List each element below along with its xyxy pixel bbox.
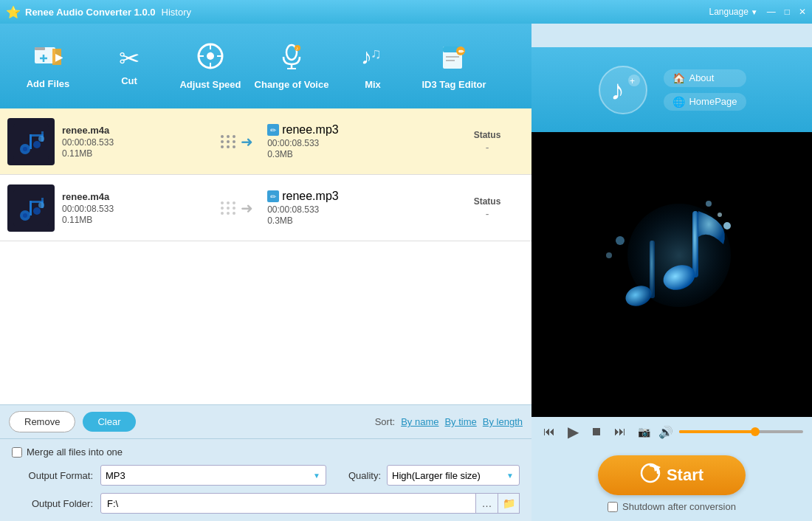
maximize-button[interactable]: □ [785,7,790,17]
svg-point-45 [38,202,44,208]
toolbar-item-id3-tag-editor[interactable]: ✏ ID3 Tag Editor [413,30,495,103]
toolbar-label-id3-tag-editor: ID3 Tag Editor [422,79,486,90]
edit-icon[interactable]: ✏ [267,190,279,202]
file-thumbnail [7,184,55,232]
input-file-duration: 00:00:08.533 [62,204,208,214]
toolbar-item-change-of-voice[interactable]: ♪ Change of Voice [251,30,332,103]
clear-button[interactable]: Clear [83,412,135,432]
input-file-size: 0.11MB [62,215,208,225]
left-panel: renee.m4a 00:00:08.533 0.11MB [0,108,531,521]
output-file-name: renee.mp3 [282,190,339,203]
status-value: - [450,142,524,153]
input-file-size: 0.11MB [62,148,208,159]
start-label: Start [667,466,703,485]
input-file-info: renee.m4a 00:00:08.533 0.11MB [62,191,208,225]
brand-links: 🏠 About 🌐 HomePage [664,69,746,111]
toolbar-item-mix[interactable]: ♪♫ Mix [332,30,413,103]
toolbar-label-add-files: Add Files [27,78,70,89]
browse-button[interactable]: … [475,493,498,514]
svg-text:+: + [630,76,635,86]
svg-text:♪: ♪ [296,46,299,51]
play-button[interactable]: ▶ [564,423,582,441]
toolbar-item-cut[interactable]: ✂ Cut [89,30,170,103]
format-select[interactable]: MP3 AAC WAV FLAC OGG WMA [100,465,326,486]
volume-thumb [751,427,760,436]
output-file-size: 0.3MB [267,149,443,159]
header-right: Language ▼ — □ ✕ [531,0,812,24]
toolbar: ▶ Add Files ✂ Cut Adjust Speed ♪ Change … [0,24,531,108]
svg-point-40 [23,213,27,218]
output-format-label: Output Format: [12,470,93,481]
output-file-info: ✏ renee.mp3 00:00:08.533 0.3MB [267,123,443,159]
input-file-info: renee.m4a 00:00:08.533 0.11MB [62,125,208,159]
svg-point-53 [706,201,712,207]
folder-input[interactable] [100,493,520,514]
file-thumbnail [7,118,55,165]
svg-point-54 [616,236,625,245]
language-button[interactable]: Language ▼ [709,7,757,17]
shutdown-checkbox[interactable] [608,502,618,512]
history-label: History [162,7,191,18]
status-area: Status - [450,130,524,153]
status-label: Status [450,130,524,140]
svg-text:♫: ♫ [371,45,382,61]
svg-rect-1 [35,47,45,50]
start-icon [640,463,661,488]
svg-point-51 [723,222,731,230]
close-button[interactable]: ✕ [799,7,806,17]
toolbar-label-change-of-voice: Change of Voice [255,79,329,90]
about-label: About [689,72,714,83]
language-dropdown-arrow: ▼ [751,8,758,16]
output-folder-label: Output Folder: [12,498,93,509]
snapshot-button[interactable]: 📷 [635,423,653,441]
toolbar-item-add-files[interactable]: ▶ Add Files [7,30,89,103]
volume-icon: 🔊 [658,425,673,439]
about-button[interactable]: 🏠 About [664,69,746,87]
start-area: Start Shutdown after conversion [531,446,812,521]
sort-by-name[interactable]: By name [401,416,438,427]
merge-checkbox[interactable] [12,447,22,458]
remove-button[interactable]: Remove [9,411,75,432]
svg-text:✏: ✏ [458,48,464,55]
stop-button[interactable]: ⏹ [588,423,605,441]
output-file-duration: 00:00:08.533 [267,204,443,215]
svg-point-32 [23,147,27,151]
bottom-bar: Remove Clear Sort: By name By time By le… [0,404,531,438]
table-row[interactable]: renee.m4a 00:00:08.533 0.11MB [0,108,531,175]
start-button[interactable]: Start [598,455,746,495]
volume-fill [679,430,754,433]
toolbar-item-adjust-speed[interactable]: Adjust Speed [170,30,251,103]
svg-point-41 [33,207,41,215]
volume-slider[interactable] [679,430,803,433]
svg-text:♪: ♪ [610,75,625,106]
edit-icon[interactable]: ✏ [267,124,279,136]
cut-icon: ✂ [119,46,140,71]
shutdown-label: Shutdown after conversion [622,501,736,512]
media-controls: ⏮ ▶ ⏹ ⏭ 📷 🔊 [531,417,812,446]
svg-text:▶: ▶ [55,51,63,63]
skip-back-button[interactable]: ⏮ [540,423,558,441]
sort-by-time[interactable]: By time [444,416,476,427]
output-file-size: 0.3MB [267,215,443,226]
change-of-voice-icon: ♪ [278,42,306,75]
input-file-name: renee.m4a [62,125,208,136]
skip-forward-button[interactable]: ⏭ [611,423,629,441]
sort-by-length[interactable]: By length [483,416,523,427]
open-folder-button[interactable]: 📁 [498,493,520,514]
output-file-duration: 00:00:08.533 [267,138,443,148]
language-label: Language [709,7,748,17]
status-label: Status [450,196,524,207]
input-file-name: renee.m4a [62,191,208,202]
media-preview [531,108,812,417]
output-file-name: renee.mp3 [282,123,339,137]
mix-icon: ♪♫ [359,42,387,75]
quality-label: Quality: [348,470,381,481]
main-layout: renee.m4a 00:00:08.533 0.11MB [0,108,812,521]
output-file-name-row: ✏ renee.mp3 [267,190,443,203]
homepage-button[interactable]: 🌐 HomePage [664,93,746,111]
quality-select[interactable]: High(Larger file size) Medium Low [387,465,520,486]
table-row[interactable]: renee.m4a 00:00:08.533 0.11MB [0,175,531,241]
brand-area: ♪ + 🏠 About 🌐 HomePage [531,47,812,132]
add-files-icon: ▶ [33,43,63,74]
minimize-button[interactable]: — [767,7,776,17]
